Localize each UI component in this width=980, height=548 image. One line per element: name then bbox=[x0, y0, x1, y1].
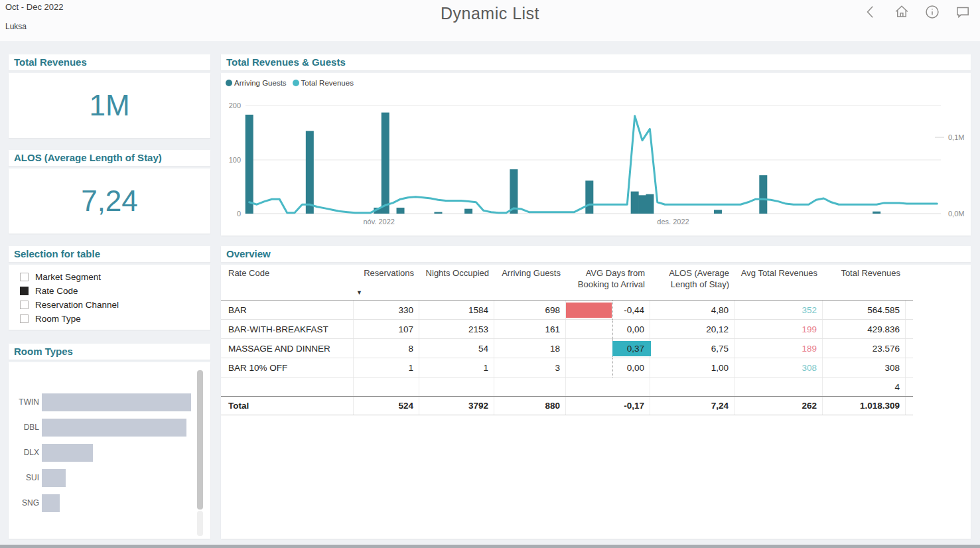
column-header-rate-code[interactable]: Rate Code bbox=[228, 265, 354, 300]
slicer-option-room-type[interactable]: Room Type bbox=[20, 312, 210, 326]
cell-alos[interactable]: 7,24 bbox=[650, 397, 735, 415]
cell-arriving-guests[interactable]: 698 bbox=[494, 301, 566, 319]
slicer-option-rate-code[interactable]: Rate Code bbox=[20, 284, 210, 298]
cell-total-revenues[interactable]: 308 bbox=[823, 358, 906, 377]
room-type-bar[interactable] bbox=[42, 469, 66, 487]
room-type-bar[interactable] bbox=[42, 444, 93, 462]
table-row[interactable]: BAR3301584698-0,444,80352564.585 bbox=[221, 301, 913, 320]
back-icon[interactable] bbox=[863, 4, 879, 20]
room-type-label: SUI bbox=[11, 473, 39, 482]
cell-arriving-guests[interactable] bbox=[494, 377, 566, 396]
cell-rate-code[interactable]: BAR bbox=[228, 301, 354, 319]
checkbox-checked-icon[interactable] bbox=[20, 287, 29, 295]
room-type-bar[interactable] bbox=[42, 419, 186, 437]
cell-rate-code[interactable]: BAR 10% OFF bbox=[228, 358, 354, 377]
cell-nights-occupied[interactable]: 54 bbox=[419, 339, 494, 358]
guests-bar[interactable] bbox=[631, 192, 639, 214]
guests-bar[interactable] bbox=[714, 210, 722, 214]
cell-avg-days[interactable]: 0,00 bbox=[566, 358, 650, 377]
zero-axis-line bbox=[612, 319, 613, 339]
guests-bar[interactable] bbox=[397, 208, 405, 214]
cell-total-revenues[interactable]: 4 bbox=[823, 377, 906, 396]
cell-total-revenues[interactable]: 429.836 bbox=[823, 320, 906, 338]
cell-alos[interactable]: 1,00 bbox=[650, 358, 735, 377]
column-header-avg-total-revenues[interactable]: Avg Total Revenues bbox=[735, 265, 823, 300]
guests-bar[interactable] bbox=[585, 180, 593, 214]
column-header-arriving-guests[interactable]: Arriving Guests bbox=[494, 265, 566, 300]
combo-chart-plot[interactable]: 20010000,1M0,0Mnóv. 2022des. 2022 bbox=[221, 73, 971, 236]
cell-total-revenues[interactable]: 1.018.309 bbox=[823, 397, 906, 415]
cell-reservations[interactable]: 8 bbox=[354, 339, 419, 358]
cell-alos[interactable]: 20,12 bbox=[650, 320, 735, 338]
cell-arriving-guests[interactable]: 3 bbox=[494, 358, 566, 377]
guests-bar[interactable] bbox=[638, 195, 646, 214]
cell-nights-occupied[interactable]: 3792 bbox=[419, 397, 494, 415]
guests-bar[interactable] bbox=[464, 209, 472, 214]
cell-avg-days[interactable]: 0,37 bbox=[566, 339, 650, 358]
info-icon[interactable] bbox=[924, 4, 940, 20]
cell-reservations[interactable] bbox=[354, 377, 419, 396]
cell-avg-total-revenues[interactable]: 308 bbox=[735, 358, 823, 377]
home-icon[interactable] bbox=[894, 4, 910, 20]
cell-alos[interactable]: 4,80 bbox=[650, 301, 735, 319]
slicer-option-reservation-channel[interactable]: Reservation Channel bbox=[20, 298, 210, 312]
room-types-scrollbar[interactable] bbox=[197, 370, 203, 510]
cell-avg-days[interactable]: -0,44 bbox=[566, 301, 650, 319]
cell-nights-occupied[interactable] bbox=[419, 377, 494, 396]
cell-avg-days[interactable] bbox=[566, 377, 650, 396]
guests-bar[interactable] bbox=[245, 115, 253, 214]
table-row[interactable]: MASSAGE AND DINNER854180,376,7518923.576 bbox=[221, 339, 913, 358]
guests-bar[interactable] bbox=[306, 131, 314, 214]
cell-total-revenues[interactable]: 564.585 bbox=[823, 301, 906, 319]
column-header-avg-days[interactable]: AVG Days from Booking to Arrival bbox=[566, 265, 650, 300]
cell-nights-occupied[interactable]: 1 bbox=[419, 358, 494, 377]
slicer-option-market-segment[interactable]: Market Segment bbox=[20, 270, 210, 284]
room-type-bar[interactable] bbox=[42, 393, 191, 411]
column-header-total-revenues[interactable]: Total Revenues bbox=[823, 265, 906, 300]
cell-nights-occupied[interactable]: 1584 bbox=[419, 301, 494, 319]
checkbox-unchecked-icon[interactable] bbox=[20, 301, 29, 309]
column-header-alos[interactable]: ALOS (Average Length of Stay) bbox=[650, 265, 735, 300]
svg-text:0,0M: 0,0M bbox=[948, 210, 964, 218]
cell-avg-days[interactable]: -0,17 bbox=[566, 397, 650, 415]
guests-bar[interactable] bbox=[434, 212, 442, 214]
column-header-reservations[interactable]: Reservations▼ bbox=[354, 265, 419, 300]
cell-avg-days[interactable]: 0,00 bbox=[566, 320, 650, 338]
guests-bar[interactable] bbox=[759, 175, 767, 214]
room-type-bar[interactable] bbox=[42, 494, 60, 512]
cell-avg-total-revenues[interactable] bbox=[735, 377, 823, 396]
cell-rate-code[interactable]: BAR-WITH-BREAKFAST bbox=[228, 320, 354, 338]
cell-rate-code[interactable] bbox=[228, 377, 354, 396]
table-row[interactable]: 4 bbox=[221, 377, 913, 397]
cell-alos[interactable] bbox=[650, 377, 735, 396]
cell-reservations[interactable]: 330 bbox=[354, 301, 419, 319]
cell-total-revenues[interactable]: 23.576 bbox=[823, 339, 906, 358]
cell-avg-total-revenues[interactable]: 199 bbox=[735, 320, 823, 338]
comment-icon[interactable] bbox=[955, 4, 971, 20]
table-total-row[interactable]: Total5243792880-0,177,242621.018.309 bbox=[221, 396, 913, 415]
cell-rate-code[interactable]: MASSAGE AND DINNER bbox=[228, 339, 354, 358]
cell-arriving-guests[interactable]: 18 bbox=[494, 339, 566, 358]
cell-arriving-guests[interactable]: 880 bbox=[494, 397, 566, 415]
cell-reservations[interactable]: 524 bbox=[354, 397, 419, 415]
guests-bar[interactable] bbox=[873, 212, 880, 214]
cell-avg-total-revenues[interactable]: 189 bbox=[735, 339, 823, 358]
cell-avg-total-revenues[interactable]: 262 bbox=[735, 397, 823, 415]
cell-alos[interactable]: 6,75 bbox=[650, 339, 735, 358]
cell-avg-total-revenues[interactable]: 352 bbox=[735, 301, 823, 319]
table-row[interactable]: BAR-WITH-BREAKFAST10721531610,0020,12199… bbox=[221, 320, 913, 339]
guests-bar[interactable] bbox=[510, 169, 518, 214]
guests-bar[interactable] bbox=[382, 113, 389, 214]
cell-arriving-guests[interactable]: 161 bbox=[494, 320, 566, 338]
cell-nights-occupied[interactable]: 2153 bbox=[419, 320, 494, 338]
total-revenues-card-title: Total Revenues bbox=[9, 54, 210, 70]
checkbox-unchecked-icon[interactable] bbox=[20, 273, 29, 281]
cell-rate-code[interactable]: Total bbox=[228, 397, 354, 415]
column-header-nights-occupied[interactable]: Nights Occupied bbox=[419, 265, 494, 300]
table-row[interactable]: BAR 10% OFF1130,001,00308308 bbox=[221, 358, 913, 377]
guests-bar[interactable] bbox=[646, 194, 654, 214]
cell-reservations[interactable]: 107 bbox=[354, 320, 419, 338]
checkbox-unchecked-icon[interactable] bbox=[20, 314, 29, 323]
cell-reservations[interactable]: 1 bbox=[354, 358, 419, 377]
overview-title: Overview bbox=[221, 246, 971, 262]
